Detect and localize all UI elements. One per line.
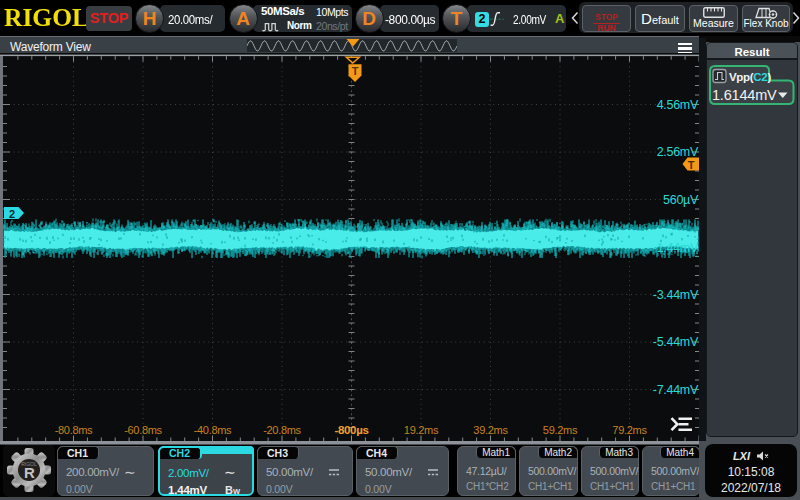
- svg-text:39.2ms: 39.2ms: [473, 424, 508, 436]
- svg-text:560µV: 560µV: [663, 193, 699, 207]
- svg-text:T: T: [352, 65, 359, 77]
- svg-text:-80.8ms: -80.8ms: [55, 424, 93, 436]
- svg-text:-5.44mV: -5.44mV: [653, 335, 699, 349]
- svg-text:1.6144mV: 1.6144mV: [712, 87, 777, 103]
- svg-text:-7.44mV: -7.44mV: [653, 383, 699, 397]
- svg-text:-3.44mV: -3.44mV: [653, 288, 699, 302]
- svg-text:-1.44mV: -1.44mV: [653, 241, 699, 255]
- svg-text:19.2ms: 19.2ms: [404, 424, 439, 436]
- svg-text:RIGOL: RIGOL: [21, 461, 37, 467]
- svg-text:T: T: [688, 159, 695, 171]
- svg-text:59.2ms: 59.2ms: [543, 424, 578, 436]
- svg-text:-20.8ms: -20.8ms: [263, 424, 301, 436]
- svg-text:-40.8ms: -40.8ms: [194, 424, 232, 436]
- svg-text:79.2ms: 79.2ms: [612, 424, 647, 436]
- svg-text:-800µs: -800µs: [334, 424, 368, 436]
- svg-text:Vpp(C2): Vpp(C2): [729, 71, 771, 83]
- svg-text:2.56mV: 2.56mV: [657, 145, 699, 159]
- svg-text:2: 2: [9, 208, 15, 220]
- svg-text:4.56mV: 4.56mV: [657, 98, 699, 112]
- svg-text:-60.8ms: -60.8ms: [124, 424, 162, 436]
